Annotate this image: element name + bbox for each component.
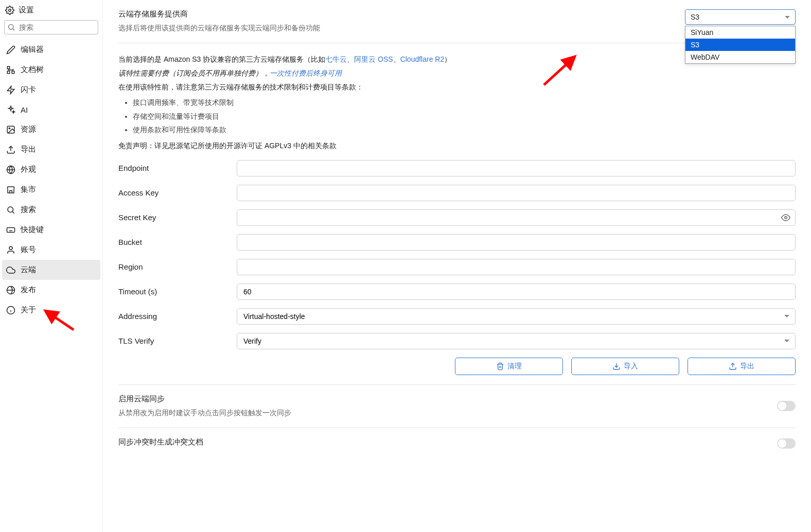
pencil-icon [6,45,15,55]
conflict-title: 同步冲突时生成冲突文档 [118,437,203,447]
sidebar-item-editor[interactable]: 编辑器 [0,40,102,60]
sidebar-item-search[interactable]: 搜索 [0,200,102,220]
info-section: 当前选择的是 Amazon S3 协议兼容的第三方云端存储服务（比如七牛云、阿里… [118,52,796,384]
svg-rect-14 [7,227,15,232]
provider-section: 云端存储服务提供商 选择后将使用该提供商的云端存储服务实现云端同步和备份功能 S… [118,9,796,43]
sidebar-item-label: 外观 [21,165,36,174]
sidebar-item-bazaar[interactable]: 集市 [0,180,102,200]
trash-icon [496,362,504,370]
sidebar-item-account[interactable]: 账号 [0,240,102,260]
user-icon [6,245,15,255]
sidebar-item-label: AI [21,105,28,114]
search-input[interactable] [4,20,98,34]
svg-rect-3 [7,66,10,69]
bucket-label: Bucket [118,238,237,246]
link-cloudflare-r2[interactable]: Cloudflare R2 [400,55,445,63]
sidebar: 设置 编辑器 文档树 闪卡 AI 资源 导出 外观 集市 搜索 [0,0,103,532]
endpoint-input[interactable] [237,160,796,176]
sidebar-item-appearance[interactable]: 外观 [0,159,102,180]
bucket-input[interactable] [237,234,796,251]
sidebar-item-flashcard[interactable]: 闪卡 [0,80,102,100]
sidebar-item-label: 发布 [21,285,36,295]
export-button[interactable]: 导出 [687,358,796,375]
sync-section: 启用云端同步 从禁用改为启用时建议手动点击同步按钮触发一次同步 [118,394,796,428]
sidebar-item-label: 账号 [21,245,36,255]
sync-toggle[interactable] [777,401,796,411]
sidebar-item-publish[interactable]: 发布 [0,280,102,300]
bucket-row: Bucket [118,234,796,251]
sidebar-item-label: 搜索 [21,205,36,215]
sidebar-item-label: 闪卡 [21,85,36,95]
upload-icon [729,362,737,370]
timeout-label: Timeout (s) [118,287,237,296]
sidebar-item-export[interactable]: 导出 [0,139,102,159]
provider-dropdown: SiYuan S3 WebDAV [685,26,796,64]
addressing-label: Addressing [118,312,237,321]
main-content: 云端存储服务提供商 选择后将使用该提供商的云端存储服务实现云端同步和备份功能 S… [103,0,811,532]
timeout-input[interactable] [237,283,796,300]
addressing-select[interactable] [237,308,796,325]
clean-button[interactable]: 清理 [455,358,563,375]
accesskey-input[interactable] [237,185,796,201]
sidebar-item-shortcuts[interactable]: 快捷键 [0,220,102,240]
image-icon [6,125,15,134]
tree-icon [6,65,15,75]
upload-icon [6,145,15,154]
download-icon [612,362,621,370]
sidebar-item-doctree[interactable]: 文档树 [0,60,102,80]
sidebar-item-label: 导出 [21,145,36,154]
sidebar-item-about[interactable]: 关于 [0,300,102,320]
globe-icon [6,286,15,295]
info-line2: 该特性需要付费（订阅会员不用再单独付费），一次性付费后终身可用 [118,66,796,80]
conflict-section: 同步冲突时生成冲突文档 [118,437,796,450]
info-icon [6,306,15,315]
sidebar-item-cloud[interactable]: 云端 [2,260,100,280]
secretkey-label: Secret Key [118,213,237,222]
region-input[interactable] [237,259,796,275]
info-disclaimer: 免责声明：详见思源笔记所使用的开源许可证 AGPLv3 中的相关条款 [118,139,796,153]
cloud-icon [6,265,15,275]
svg-point-1 [9,25,13,29]
info-bullet: 使用条款和可用性保障等条款 [133,123,796,137]
settings-title: 设置 [19,5,34,15]
sidebar-item-label: 编辑器 [21,45,44,55]
provider-select[interactable]: S3 SiYuan S3 WebDAV [685,9,796,25]
sidebar-item-assets[interactable]: 资源 [0,119,102,139]
secretkey-input[interactable] [237,209,796,226]
sidebar-item-label: 集市 [21,185,36,194]
provider-selected-value: S3 [691,13,699,21]
secretkey-row: Secret Key [118,209,796,226]
link-onetime-pay[interactable]: 一次性付费后终身可用 [270,69,342,77]
sidebar-item-label: 云端 [21,265,36,275]
svg-point-12 [8,207,13,212]
gear-icon [5,6,14,15]
info-bullet: 接口调用频率、带宽等技术限制 [133,96,796,110]
sparkle-icon [6,105,15,114]
svg-point-8 [9,128,10,129]
svg-point-0 [9,9,11,11]
import-button[interactable]: 导入 [571,358,679,375]
sidebar-item-label: 关于 [21,305,36,315]
search-wrap [0,18,102,40]
link-qiniu[interactable]: 七牛云 [325,55,347,63]
chevron-down-icon [785,16,790,19]
provider-option-webdav[interactable]: WebDAV [685,51,795,63]
svg-rect-5 [7,71,10,74]
provider-option-s3[interactable]: S3 [685,39,795,51]
accesskey-row: Access Key [118,185,796,201]
link-aliyun-oss[interactable]: 阿里云 OSS [354,55,393,63]
conflict-toggle[interactable] [777,438,796,449]
search-icon [7,23,15,31]
sidebar-item-ai[interactable]: AI [0,100,102,119]
provider-option-siyuan[interactable]: SiYuan [685,26,795,39]
globe-icon [6,165,15,174]
svg-rect-4 [12,71,14,74]
keyboard-icon [6,225,15,235]
svg-point-20 [9,246,12,250]
eye-icon[interactable] [781,213,790,222]
provider-desc: 选择后将使用该提供商的云端存储服务实现云端同步和备份功能 [118,22,320,33]
tlsverify-select[interactable] [237,333,796,349]
sidebar-item-label: 快捷键 [21,225,44,235]
svg-line-13 [12,211,14,213]
endpoint-label: Endpoint [118,164,237,172]
